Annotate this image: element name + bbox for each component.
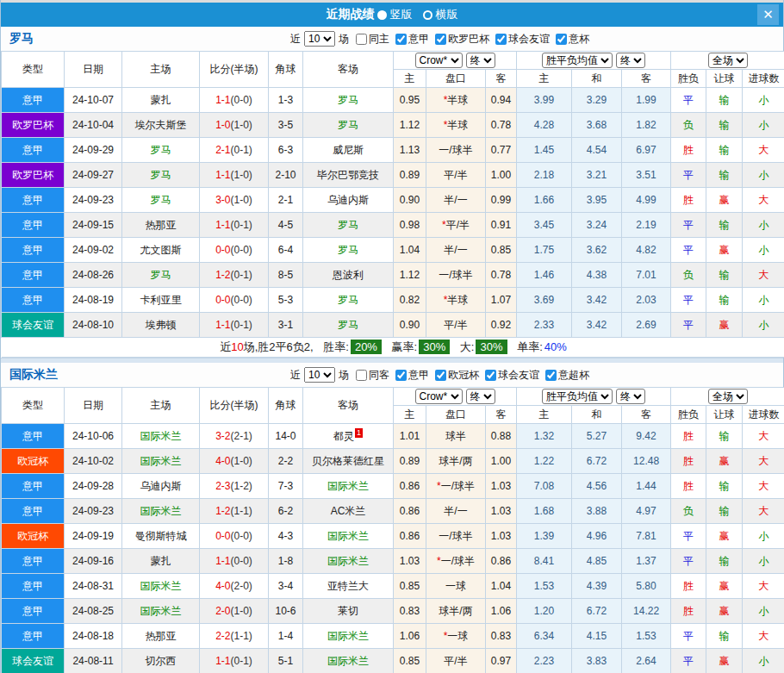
league-filter-2[interactable]: 欧罗巴杯 [435, 32, 489, 47]
odds-line-value: 半/一 [426, 499, 486, 524]
same-venue-filter[interactable]: 同客 [356, 368, 389, 383]
recent-count-select[interactable]: 10 [304, 367, 335, 383]
match-date: 24-08-19 [65, 288, 122, 313]
league-filter-3[interactable]: 球会友谊 [485, 368, 539, 383]
wdl-result: 胜 [671, 424, 706, 449]
wdl-result: 负 [671, 263, 706, 288]
recent-count-select[interactable]: 10 [304, 31, 335, 47]
league-filter-1-checkbox[interactable] [395, 34, 407, 45]
odds-home-value: 1.13 [394, 138, 426, 163]
corner-score: 10-6 [269, 599, 303, 624]
league-filter-4-checkbox[interactable] [545, 370, 557, 381]
same-venue-filter-checkbox[interactable] [356, 370, 367, 381]
scope-select[interactable]: 全场 [708, 389, 748, 404]
recent-results-window: 近期战绩 竖版 横版 ✕ 罗马近10场同主意甲欧罗巴杯球会友谊意杯类型日期主场比… [0, 0, 784, 673]
league-filter-4-checkbox[interactable] [556, 34, 567, 45]
handicap-result: 赢 [706, 313, 743, 338]
home-team: 热那亚 [122, 213, 200, 238]
odds-home-value: 0.89 [394, 163, 426, 188]
avg-final-select[interactable]: 终 [616, 53, 645, 68]
goals-result: 小 [743, 649, 784, 673]
league-filter-2[interactable]: 欧冠杯 [435, 368, 479, 383]
league-filter-1[interactable]: 意甲 [395, 32, 429, 47]
summary-row: 近10场,胜2平6负2, 胜率:20% 赢率:30% 大:30% 单率:40% [2, 338, 784, 358]
league-filter-1-label: 意甲 [408, 32, 429, 47]
avg-draw-value: 4.85 [572, 549, 622, 574]
match-date: 24-10-02 [65, 449, 122, 474]
match-score: 2-1(0-1) [200, 138, 269, 163]
league-filter-3[interactable]: 球会友谊 [495, 32, 550, 47]
col-header-avg-home: 主 [517, 406, 572, 424]
avg-final-select[interactable]: 终 [616, 389, 645, 404]
goals-result: 小 [743, 288, 784, 313]
vertical-layout-radio[interactable] [377, 10, 387, 20]
col-header-result-handicap: 让球 [706, 406, 743, 424]
avg-home-value: 6.34 [517, 624, 572, 649]
match-score: 0-0(0-0) [200, 288, 269, 313]
odds-away-value: 1.03 [486, 524, 517, 549]
col-header-result-goals: 进球数 [743, 70, 784, 88]
avg-draw-value: 4.56 [572, 474, 622, 499]
horizontal-layout-radio[interactable] [423, 10, 432, 20]
avg-draw-value: 5.27 [572, 424, 622, 449]
odds-source-select[interactable]: Crow* [415, 389, 463, 404]
avg-away-value: 2.19 [622, 213, 671, 238]
col-header-avg-away: 客 [622, 406, 671, 424]
league-filter-4[interactable]: 意杯 [556, 32, 589, 47]
match-date: 24-10-04 [65, 113, 122, 138]
league-filter-2-label: 欧罗巴杯 [448, 32, 489, 47]
summary-stat-label-3: 大: [460, 340, 475, 353]
league-filter-4[interactable]: 意超杯 [545, 368, 589, 383]
results-table: 类型日期主场比分(半场)角球客场Crow*终胜平负均值终全场主盘口客主和客胜负让… [1, 387, 784, 673]
wdl-result: 平 [671, 163, 706, 188]
odds-away-value: 0.86 [486, 549, 517, 574]
close-icon[interactable]: ✕ [757, 4, 779, 25]
scope-select[interactable]: 全场 [708, 53, 748, 68]
wdl-result: 胜 [671, 474, 706, 499]
odds-away-value: 0.83 [486, 624, 517, 649]
home-team: 罗马 [122, 138, 200, 163]
league-filter-3-checkbox[interactable] [485, 370, 496, 381]
same-venue-filter[interactable]: 同主 [356, 32, 389, 47]
odds-line-value: *平/半 [426, 213, 486, 238]
vertical-layout-label[interactable]: 竖版 [390, 7, 413, 22]
match-score: 3-0(1-0) [200, 188, 269, 213]
avg-draw-value: 4.15 [572, 624, 622, 649]
odds-line-value: *半球 [426, 88, 486, 113]
goals-result: 大 [743, 474, 784, 499]
avg-home-value: 1.53 [517, 574, 572, 599]
match-row: 意甲24-10-07蒙扎1-1(0-0)1-3罗马0.95*半球0.943.99… [2, 88, 784, 113]
same-venue-filter-checkbox[interactable] [356, 34, 367, 45]
window-title: 近期战绩 [327, 7, 375, 22]
away-team: 莱切 [303, 599, 394, 624]
horizontal-layout-label[interactable]: 横版 [436, 7, 458, 22]
league-filter-3-checkbox[interactable] [495, 34, 507, 45]
league-filter-2-checkbox[interactable] [435, 34, 446, 45]
odds-line-value: 平/半 [426, 313, 486, 338]
avg-source-select[interactable]: 胜平负均值 [542, 389, 613, 404]
league-filter-2-checkbox[interactable] [435, 370, 446, 381]
odds-final-select[interactable]: 终 [466, 53, 495, 68]
avg-home-value: 1.46 [517, 263, 572, 288]
recent-label: 近 [290, 368, 301, 383]
home-team: 蒙扎 [122, 549, 200, 574]
league-filter-1-label: 意甲 [408, 368, 429, 383]
match-date: 24-08-11 [65, 649, 122, 673]
section-header: 罗马近10场同主意甲欧罗巴杯球会友谊意杯 [1, 27, 783, 51]
avg-away-value: 4.97 [622, 499, 671, 524]
wdl-result: 平 [671, 238, 706, 263]
league-badge: 球会友谊 [2, 649, 65, 673]
match-score: 2-2(1-1) [200, 624, 269, 649]
odds-home-value: 1.01 [394, 424, 426, 449]
league-filter-1[interactable]: 意甲 [395, 368, 429, 383]
wdl-result: 胜 [671, 574, 706, 599]
wdl-result: 胜 [671, 599, 706, 624]
odds-source-select[interactable]: Crow* [415, 53, 463, 68]
avg-draw-value: 3.83 [572, 649, 622, 673]
league-filter-1-checkbox[interactable] [395, 370, 407, 381]
league-filter-4-label: 意超杯 [558, 368, 589, 383]
avg-away-value: 4.99 [622, 188, 671, 213]
odds-final-select[interactable]: 终 [466, 389, 495, 404]
avg-source-select[interactable]: 胜平负均值 [542, 53, 613, 68]
match-score: 1-2(1-1) [200, 499, 269, 524]
